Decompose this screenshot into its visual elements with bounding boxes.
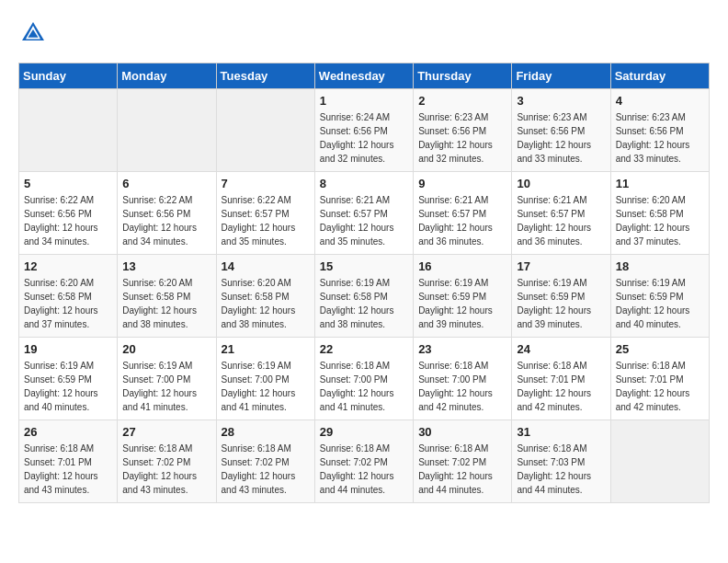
calendar-cell: 31Sunrise: 6:18 AMSunset: 7:03 PMDayligh… — [512, 420, 610, 503]
calendar-cell: 12Sunrise: 6:20 AMSunset: 6:58 PMDayligh… — [19, 255, 118, 338]
calendar-cell: 9Sunrise: 6:21 AMSunset: 6:57 PMDaylight… — [414, 172, 512, 255]
day-info: Sunrise: 6:19 AMSunset: 7:00 PMDaylight:… — [222, 359, 310, 414]
calendar-week-1: 1Sunrise: 6:24 AMSunset: 6:56 PMDaylight… — [19, 89, 710, 172]
day-number: 13 — [122, 259, 210, 273]
calendar-cell: 16Sunrise: 6:19 AMSunset: 6:59 PMDayligh… — [414, 255, 512, 338]
calendar-cell: 28Sunrise: 6:18 AMSunset: 7:02 PMDayligh… — [216, 420, 314, 503]
calendar-cell — [216, 89, 314, 172]
calendar-cell: 14Sunrise: 6:20 AMSunset: 6:58 PMDayligh… — [216, 255, 314, 338]
day-number: 29 — [320, 425, 408, 439]
day-number: 15 — [320, 259, 408, 273]
day-info: Sunrise: 6:21 AMSunset: 6:57 PMDaylight:… — [320, 193, 408, 248]
day-info: Sunrise: 6:24 AMSunset: 6:56 PMDaylight:… — [320, 110, 408, 166]
day-info: Sunrise: 6:18 AMSunset: 7:01 PMDaylight:… — [517, 359, 605, 414]
day-info: Sunrise: 6:21 AMSunset: 6:57 PMDaylight:… — [517, 193, 605, 248]
day-info: Sunrise: 6:18 AMSunset: 7:00 PMDaylight:… — [320, 359, 408, 414]
day-info: Sunrise: 6:23 AMSunset: 6:56 PMDaylight:… — [616, 110, 704, 166]
weekday-header-sunday: Sunday — [19, 63, 118, 89]
page-header — [18, 18, 710, 48]
day-number: 19 — [24, 342, 112, 356]
calendar-cell: 21Sunrise: 6:19 AMSunset: 7:00 PMDayligh… — [216, 338, 314, 420]
calendar-cell: 23Sunrise: 6:18 AMSunset: 7:00 PMDayligh… — [414, 338, 512, 420]
day-number: 25 — [616, 342, 704, 356]
day-info: Sunrise: 6:23 AMSunset: 6:56 PMDaylight:… — [517, 110, 605, 166]
day-info: Sunrise: 6:20 AMSunset: 6:58 PMDaylight:… — [616, 193, 704, 248]
calendar-body: 1Sunrise: 6:24 AMSunset: 6:56 PMDaylight… — [19, 89, 710, 503]
day-info: Sunrise: 6:18 AMSunset: 7:02 PMDaylight:… — [122, 442, 210, 497]
calendar-cell: 22Sunrise: 6:18 AMSunset: 7:00 PMDayligh… — [314, 338, 413, 420]
weekday-header-monday: Monday — [118, 63, 216, 89]
weekday-header-tuesday: Tuesday — [216, 63, 314, 89]
day-info: Sunrise: 6:22 AMSunset: 6:57 PMDaylight:… — [222, 193, 310, 248]
calendar-header: SundayMondayTuesdayWednesdayThursdayFrid… — [19, 63, 710, 89]
day-number: 21 — [222, 342, 310, 356]
day-number: 6 — [122, 177, 210, 190]
day-info: Sunrise: 6:20 AMSunset: 6:58 PMDaylight:… — [24, 276, 112, 331]
weekday-header-saturday: Saturday — [610, 63, 709, 89]
day-info: Sunrise: 6:19 AMSunset: 7:00 PMDaylight:… — [122, 359, 210, 414]
day-number: 8 — [320, 177, 408, 190]
calendar-cell: 6Sunrise: 6:22 AMSunset: 6:56 PMDaylight… — [118, 172, 216, 255]
calendar-cell: 18Sunrise: 6:19 AMSunset: 6:59 PMDayligh… — [610, 255, 709, 338]
calendar-cell: 4Sunrise: 6:23 AMSunset: 6:56 PMDaylight… — [610, 89, 709, 172]
day-number: 4 — [616, 94, 704, 108]
logo — [18, 18, 51, 48]
calendar-cell: 1Sunrise: 6:24 AMSunset: 6:56 PMDaylight… — [314, 89, 413, 172]
day-number: 12 — [24, 259, 112, 273]
calendar-cell: 8Sunrise: 6:21 AMSunset: 6:57 PMDaylight… — [314, 172, 413, 255]
day-number: 1 — [320, 94, 408, 108]
weekday-header-friday: Friday — [512, 63, 610, 89]
day-info: Sunrise: 6:18 AMSunset: 7:02 PMDaylight:… — [418, 442, 506, 497]
day-number: 7 — [222, 177, 310, 190]
calendar-cell: 3Sunrise: 6:23 AMSunset: 6:56 PMDaylight… — [512, 89, 610, 172]
calendar-cell: 19Sunrise: 6:19 AMSunset: 6:59 PMDayligh… — [19, 338, 118, 420]
day-number: 3 — [517, 94, 605, 108]
calendar-cell — [118, 89, 216, 172]
calendar-cell: 26Sunrise: 6:18 AMSunset: 7:01 PMDayligh… — [19, 420, 118, 503]
day-number: 22 — [320, 342, 408, 356]
weekday-header-thursday: Thursday — [414, 63, 512, 89]
day-info: Sunrise: 6:18 AMSunset: 7:01 PMDaylight:… — [24, 442, 112, 497]
day-number: 30 — [418, 425, 506, 439]
day-info: Sunrise: 6:18 AMSunset: 7:02 PMDaylight:… — [320, 442, 408, 497]
day-number: 24 — [517, 342, 605, 356]
calendar-cell: 24Sunrise: 6:18 AMSunset: 7:01 PMDayligh… — [512, 338, 610, 420]
day-info: Sunrise: 6:19 AMSunset: 6:59 PMDaylight:… — [24, 359, 112, 414]
day-info: Sunrise: 6:18 AMSunset: 7:03 PMDaylight:… — [517, 442, 605, 497]
day-number: 2 — [418, 94, 506, 108]
day-number: 28 — [222, 425, 310, 439]
calendar-cell: 29Sunrise: 6:18 AMSunset: 7:02 PMDayligh… — [314, 420, 413, 503]
day-info: Sunrise: 6:23 AMSunset: 6:56 PMDaylight:… — [418, 110, 506, 166]
calendar-cell: 27Sunrise: 6:18 AMSunset: 7:02 PMDayligh… — [118, 420, 216, 503]
day-info: Sunrise: 6:19 AMSunset: 6:59 PMDaylight:… — [616, 276, 704, 331]
calendar-cell — [19, 89, 118, 172]
day-info: Sunrise: 6:22 AMSunset: 6:56 PMDaylight:… — [122, 193, 210, 248]
day-number: 14 — [222, 259, 310, 273]
day-number: 16 — [418, 259, 506, 273]
calendar-week-3: 12Sunrise: 6:20 AMSunset: 6:58 PMDayligh… — [19, 255, 710, 338]
day-number: 20 — [122, 342, 210, 356]
day-info: Sunrise: 6:20 AMSunset: 6:58 PMDaylight:… — [122, 276, 210, 331]
day-number: 17 — [517, 259, 605, 273]
day-info: Sunrise: 6:19 AMSunset: 6:58 PMDaylight:… — [320, 276, 408, 331]
calendar-week-5: 26Sunrise: 6:18 AMSunset: 7:01 PMDayligh… — [19, 420, 710, 503]
calendar-cell — [610, 420, 709, 503]
calendar-cell: 30Sunrise: 6:18 AMSunset: 7:02 PMDayligh… — [414, 420, 512, 503]
calendar-cell: 11Sunrise: 6:20 AMSunset: 6:58 PMDayligh… — [610, 172, 709, 255]
calendar-cell: 17Sunrise: 6:19 AMSunset: 6:59 PMDayligh… — [512, 255, 610, 338]
day-info: Sunrise: 6:19 AMSunset: 6:59 PMDaylight:… — [517, 276, 605, 331]
day-number: 26 — [24, 425, 112, 439]
weekday-header-wednesday: Wednesday — [314, 63, 413, 89]
day-number: 11 — [616, 177, 704, 190]
calendar-cell: 7Sunrise: 6:22 AMSunset: 6:57 PMDaylight… — [216, 172, 314, 255]
calendar-cell: 10Sunrise: 6:21 AMSunset: 6:57 PMDayligh… — [512, 172, 610, 255]
weekday-header-row: SundayMondayTuesdayWednesdayThursdayFrid… — [19, 63, 710, 89]
day-number: 18 — [616, 259, 704, 273]
day-info: Sunrise: 6:18 AMSunset: 7:02 PMDaylight:… — [222, 442, 310, 497]
day-info: Sunrise: 6:18 AMSunset: 7:00 PMDaylight:… — [418, 359, 506, 414]
day-info: Sunrise: 6:18 AMSunset: 7:01 PMDaylight:… — [616, 359, 704, 414]
logo-icon — [18, 18, 48, 48]
calendar-week-4: 19Sunrise: 6:19 AMSunset: 6:59 PMDayligh… — [19, 338, 710, 420]
day-number: 27 — [122, 425, 210, 439]
day-number: 23 — [418, 342, 506, 356]
